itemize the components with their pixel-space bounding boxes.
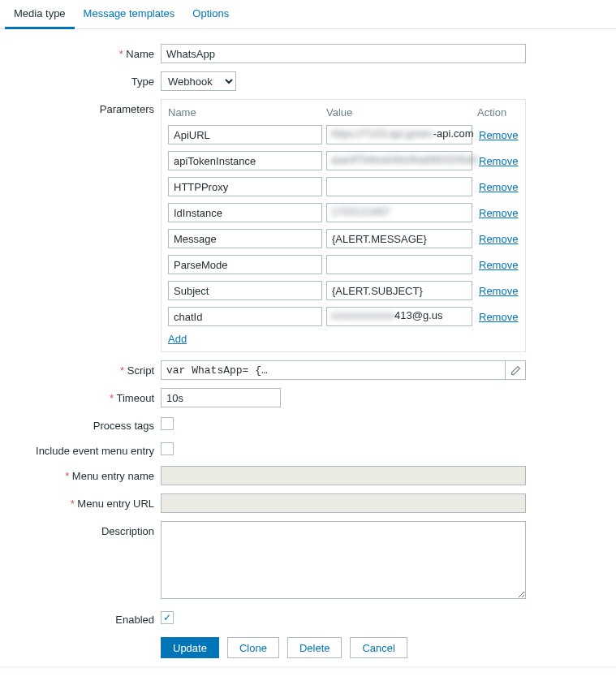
param-remove-link[interactable]: Remove bbox=[479, 207, 518, 219]
param-remove-link[interactable]: Remove bbox=[479, 155, 518, 167]
param-value-input[interactable] bbox=[326, 125, 472, 144]
parameters-header: Name Value Action bbox=[168, 106, 519, 118]
param-name-input[interactable] bbox=[168, 281, 322, 300]
form-buttons: Update Clone Delete Cancel bbox=[161, 637, 567, 658]
param-value-input[interactable] bbox=[326, 307, 472, 326]
label-type: Type bbox=[131, 75, 154, 88]
param-name-input[interactable] bbox=[168, 255, 322, 274]
script-text[interactable]: var WhatsApp= {… bbox=[162, 364, 505, 377]
param-name-input[interactable] bbox=[168, 229, 322, 248]
param-value-input[interactable] bbox=[326, 229, 472, 248]
tabs: Media type Message templates Options bbox=[0, 0, 616, 29]
param-name-input[interactable] bbox=[168, 151, 322, 170]
param-remove-link[interactable]: Remove bbox=[479, 181, 518, 193]
param-row: aaa3f7b8ea04bcfba8863205d0Remove bbox=[168, 151, 519, 170]
parameters-table: Name Value Action https://7103.api.green… bbox=[161, 99, 526, 352]
param-name-input[interactable] bbox=[168, 125, 322, 144]
param-row: Remove bbox=[168, 229, 519, 248]
process-tags-checkbox[interactable] bbox=[161, 417, 174, 430]
param-row: 1703121467Remove bbox=[168, 203, 519, 222]
type-select[interactable]: Webhook bbox=[161, 71, 236, 91]
description-textarea[interactable] bbox=[161, 521, 526, 599]
tab-media-type[interactable]: Media type bbox=[5, 0, 75, 29]
name-input[interactable] bbox=[161, 44, 526, 63]
cancel-button[interactable]: Cancel bbox=[350, 637, 407, 658]
label-name: Name bbox=[119, 48, 154, 60]
enabled-checkbox[interactable] bbox=[161, 611, 174, 624]
param-value-input[interactable] bbox=[326, 177, 472, 196]
param-row: https://7103.api.green-api.comRemove bbox=[168, 125, 519, 144]
script-field: var WhatsApp= {… bbox=[161, 360, 526, 380]
include-event-menu-checkbox[interactable] bbox=[161, 442, 174, 455]
label-menu-entry-url: Menu entry URL bbox=[71, 498, 154, 510]
script-edit-button[interactable] bbox=[505, 361, 525, 379]
update-button[interactable]: Update bbox=[161, 637, 219, 658]
param-row: Remove bbox=[168, 281, 519, 300]
param-col-value: Value bbox=[326, 106, 477, 118]
label-script: Script bbox=[120, 364, 154, 377]
label-process-tags: Process tags bbox=[93, 420, 154, 432]
param-col-action: Action bbox=[477, 106, 518, 118]
param-remove-link[interactable]: Remove bbox=[479, 259, 518, 271]
clone-button[interactable]: Clone bbox=[227, 637, 279, 658]
param-remove-link[interactable]: Remove bbox=[479, 129, 518, 141]
param-name-input[interactable] bbox=[168, 203, 322, 222]
pencil-icon bbox=[510, 365, 521, 376]
label-description: Description bbox=[101, 525, 154, 537]
param-value-input[interactable] bbox=[326, 151, 472, 170]
param-col-name: Name bbox=[168, 106, 326, 118]
tab-options[interactable]: Options bbox=[183, 0, 238, 28]
param-row: Remove bbox=[168, 177, 519, 196]
param-value-input[interactable] bbox=[326, 281, 472, 300]
timeout-input[interactable] bbox=[161, 388, 281, 407]
footer-divider bbox=[0, 666, 616, 670]
menu-entry-name-input bbox=[161, 466, 526, 485]
tab-message-templates[interactable]: Message templates bbox=[75, 0, 184, 28]
label-timeout: Timeout bbox=[110, 392, 154, 404]
media-type-form: Media type Message templates Options Nam… bbox=[0, 0, 616, 678]
param-row: Remove bbox=[168, 255, 519, 274]
param-remove-link[interactable]: Remove bbox=[479, 285, 518, 297]
delete-button[interactable]: Delete bbox=[287, 637, 342, 658]
param-value-input[interactable] bbox=[326, 203, 472, 222]
label-menu-entry-name: Menu entry name bbox=[65, 470, 154, 482]
menu-entry-url-input bbox=[161, 493, 526, 513]
param-add-link[interactable]: Add bbox=[168, 333, 187, 345]
label-enabled: Enabled bbox=[115, 614, 154, 626]
param-name-input[interactable] bbox=[168, 307, 322, 326]
param-row: xxxxxxxxxxxx413@g.usRemove bbox=[168, 307, 519, 326]
label-include-event-menu: Include event menu entry bbox=[36, 445, 154, 457]
label-parameters: Parameters bbox=[100, 103, 154, 115]
form-body: Name Type Webhook Parameters Name Value bbox=[0, 29, 616, 658]
param-name-input[interactable] bbox=[168, 177, 322, 196]
param-remove-link[interactable]: Remove bbox=[479, 311, 518, 323]
param-value-input[interactable] bbox=[326, 255, 472, 274]
param-remove-link[interactable]: Remove bbox=[479, 233, 518, 245]
